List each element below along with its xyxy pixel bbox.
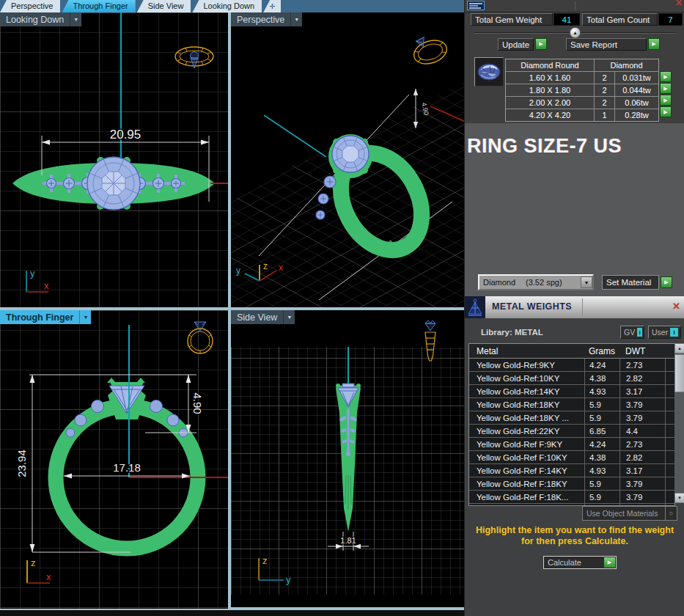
dropdown-arrow-icon[interactable]: ▼ [581, 276, 592, 288]
close-icon[interactable]: ✕ [675, 0, 683, 8]
viewport-perspective[interactable]: 4.90 17.18 [231, 12, 464, 307]
circle-icon[interactable]: ○ [665, 507, 677, 520]
viewport-title-looking-down[interactable]: Looking Down ▼ [0, 12, 81, 26]
axis-label-y: y [30, 268, 35, 279]
looking-down-canvas: 20.95 y x [0, 12, 228, 307]
gem-size: 1.60 X 1.60 [506, 72, 594, 84]
metal-dwt: 3.79 [619, 398, 665, 411]
axis-label-z: z [31, 557, 36, 568]
metal-row[interactable]: Yellow Gold-Ref F:9KY4.242.73 [469, 438, 674, 451]
col-grams: Grams [584, 344, 619, 358]
spacer [665, 491, 674, 503]
metal-row[interactable]: Yellow Gold-Ref:14KY4.933.17 [469, 385, 674, 398]
dim-label-tip: 1.81 [340, 536, 356, 545]
set-material-button[interactable]: Set Material [602, 275, 659, 290]
viewport-menu-arrow-icon[interactable]: ▼ [283, 310, 295, 324]
gem-table-row[interactable]: 2.00 X 2.00 2 0.06tw [506, 96, 658, 109]
gem-table-row[interactable]: 1.60 X 1.60 2 0.031tw [506, 71, 658, 84]
metal-name: Yellow Gold-Ref:18KY ... [469, 414, 584, 422]
viewport-menu-arrow-icon[interactable]: ▼ [79, 310, 91, 324]
green-arrow-icon: ▶ [664, 279, 668, 285]
metal-grams: 5.9 [584, 491, 619, 503]
viewport-grid: 20.95 y x [0, 12, 464, 610]
collapse-slider-handle[interactable]: ▲ [570, 27, 581, 38]
scale-icon [465, 296, 485, 318]
gem-row-go-button[interactable]: ▶ [660, 95, 672, 106]
gem-row-go-button[interactable]: ▶ [660, 71, 672, 82]
material-dropdown[interactable]: Diamond (3.52 spg) ▼ [478, 274, 594, 290]
gv-label: GV [624, 328, 635, 337]
total-gem-weight-label: Total Gem Weight [471, 13, 553, 26]
gem-row-go-button[interactable]: ▶ [660, 106, 672, 117]
metal-name: Yellow Gold-Ref F:22KY [469, 506, 584, 507]
metal-table-scrollbar[interactable]: ▲ ▼ [674, 343, 684, 503]
axis-label-z: z [262, 555, 268, 566]
spacer [665, 425, 674, 437]
scroll-down-icon: ▼ [677, 496, 682, 500]
viewport-through-finger[interactable]: 4.90 23.94 17.18 z x [0, 310, 228, 609]
metal-grams: 5.9 [584, 411, 619, 424]
metal-dwt: 3.79 [619, 491, 665, 503]
metal-name: Yellow Gold-Ref F:18KY [469, 480, 584, 488]
total-gem-weight-value: 41 [554, 13, 580, 26]
close-icon[interactable]: ✕ [672, 301, 680, 312]
metal-row[interactable]: Yellow Gold-Ref:18KY ...5.93.79 [469, 411, 674, 425]
metal-row[interactable]: Yellow Gold-Ref:10KY4.382.82 [469, 372, 674, 385]
update-button[interactable]: Update [498, 38, 534, 51]
metal-row[interactable]: Yellow Gold-Ref:22KY6.854.4 [469, 425, 674, 438]
metal-grams: 4.38 [584, 372, 619, 384]
green-arrow-icon: ▶ [539, 41, 543, 47]
tab-through-finger[interactable]: Through Finger [62, 0, 135, 12]
scroll-thumb[interactable] [674, 354, 684, 392]
user-toggle-button[interactable]: User I [648, 326, 681, 339]
gem-preview-image[interactable] [474, 57, 504, 87]
axis-label-x: x [44, 280, 49, 291]
scroll-up-button[interactable]: ▲ [674, 343, 684, 353]
metal-name: Yellow Gold-Ref:9KY [469, 361, 584, 370]
tab-side-view[interactable]: Side View [137, 0, 191, 12]
scroll-down-button[interactable]: ▼ [674, 493, 684, 503]
metal-row[interactable]: Yellow Gold-Ref:18KY5.93.79 [469, 398, 674, 411]
tab-perspective[interactable]: Perspective [0, 0, 60, 12]
metal-grams: 5.9 [584, 477, 619, 490]
viewport-menu-arrow-icon[interactable]: ▼ [70, 12, 81, 26]
gem-size: 4.20 X 4.20 [506, 109, 594, 121]
gem-col2-header: Diamond [594, 59, 658, 71]
gem-count: 2 [594, 97, 614, 109]
metal-dwt: 3.17 [619, 385, 665, 397]
metal-row[interactable]: Yellow Gold-Ref:9KY4.242.73 [469, 359, 674, 372]
green-arrow-icon: ▶ [663, 109, 667, 115]
metal-row[interactable]: Yellow Gold-Ref F:14KY4.933.17 [469, 464, 674, 477]
use-object-materials-dropdown[interactable]: Use Object Materials ○ [582, 506, 677, 521]
gem-table-row[interactable]: 1.80 X 1.80 2 0.044tw [506, 84, 658, 96]
viewport-menu-arrow-icon[interactable]: ▼ [290, 12, 302, 26]
update-go-button[interactable]: ▶ [535, 38, 547, 50]
metal-table-header: Metal Grams DWT [469, 344, 674, 359]
spacer [665, 411, 674, 424]
metal-name: Yellow Gold-Ref:18KY [469, 400, 584, 409]
viewport-title-side-view[interactable]: Side View ▼ [231, 310, 295, 324]
metal-weights-title: METAL WEIGHTS [492, 301, 572, 312]
viewport-side-view[interactable]: 1.81 z y [231, 310, 464, 607]
metal-row[interactable]: Yellow Gold-Ref F:10KY4.382.82 [469, 451, 674, 464]
calculate-button[interactable]: Calculate ▶ [543, 556, 617, 569]
metal-grams: 4.93 [584, 464, 619, 477]
set-material-go-button[interactable]: ▶ [661, 276, 672, 288]
viewport-title-through-finger[interactable]: Through Finger ▼ [0, 310, 91, 324]
axis-label-x: x [279, 263, 283, 273]
material-spg: (3.52 spg) [526, 278, 562, 287]
save-report-button[interactable]: Save Report [566, 38, 647, 51]
gv-toggle-button[interactable]: GV I [620, 326, 644, 339]
metal-row[interactable]: Yellow Gold-Ref F:18K...5.93.79 [469, 491, 674, 504]
tab-looking-down[interactable]: Looking Down [192, 0, 262, 12]
metal-row[interactable]: Yellow Gold-Ref F:18KY5.93.79 [469, 477, 674, 491]
metal-name: Yellow Gold-Ref:14KY [469, 387, 584, 396]
add-tab-button[interactable]: ✛ [263, 0, 281, 12]
viewport-looking-down[interactable]: 20.95 y x [0, 12, 228, 307]
viewport-title-perspective[interactable]: Perspective ▼ [231, 12, 302, 26]
library-label: Library: METAL [481, 328, 543, 337]
gem-row-go-button[interactable]: ▶ [660, 83, 672, 94]
save-report-go-button[interactable]: ▶ [648, 38, 660, 50]
metal-grams: 4.24 [584, 438, 619, 450]
gem-table-row[interactable]: 4.20 X 4.20 1 0.28tw [506, 109, 658, 121]
